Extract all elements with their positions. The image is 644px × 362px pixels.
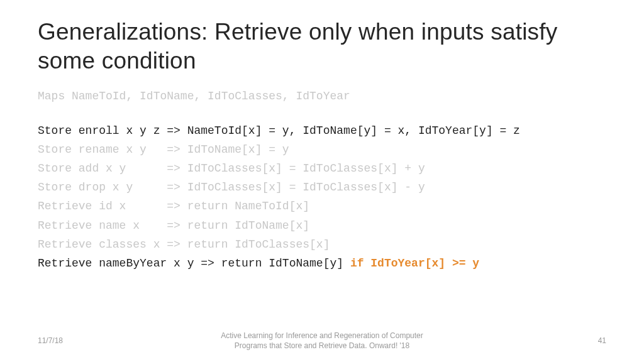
slide: Generalizations: Retrieve only when inpu… [0,0,644,273]
code-condition-highlight: if IdToYear[x] >= y [350,257,479,270]
maps-declaration: Maps NameToId, IdToName, IdToClasses, Id… [38,90,606,102]
code-line-retrieve-classes: Retrieve classes x => return IdToClasses… [38,235,606,254]
code-block: Store enroll x y z => NameToId[x] = y, I… [38,121,606,273]
footer-page-number: 41 [531,336,606,345]
footer-title-line2: Programs that Store and Retrieve Data. O… [113,341,531,351]
slide-footer: 11/7/18 Active Learning for Inference an… [0,331,644,351]
code-line-drop: Store drop x y => IdToClasses[x] = IdToC… [38,178,606,197]
footer-title: Active Learning for Inference and Regene… [113,331,531,351]
code-line-rename: Store rename x y => IdToName[x] = y [38,140,606,159]
footer-title-line1: Active Learning for Inference and Regene… [113,331,531,341]
code-line-retrieve-name: Retrieve name x => return IdToName[x] [38,216,606,235]
footer-date: 11/7/18 [38,336,113,345]
code-line-retrieve-namebyyear: Retrieve nameByYear x y => return IdToNa… [38,254,606,273]
code-line-retrieve-id: Retrieve id x => return NameToId[x] [38,197,606,216]
code-line-enroll: Store enroll x y z => NameToId[x] = y, I… [38,121,606,140]
code-line-add: Store add x y => IdToClasses[x] = IdToCl… [38,159,606,178]
slide-title: Generalizations: Retrieve only when inpu… [38,18,606,76]
code-text: Retrieve nameByYear x y => return IdToNa… [38,257,350,270]
